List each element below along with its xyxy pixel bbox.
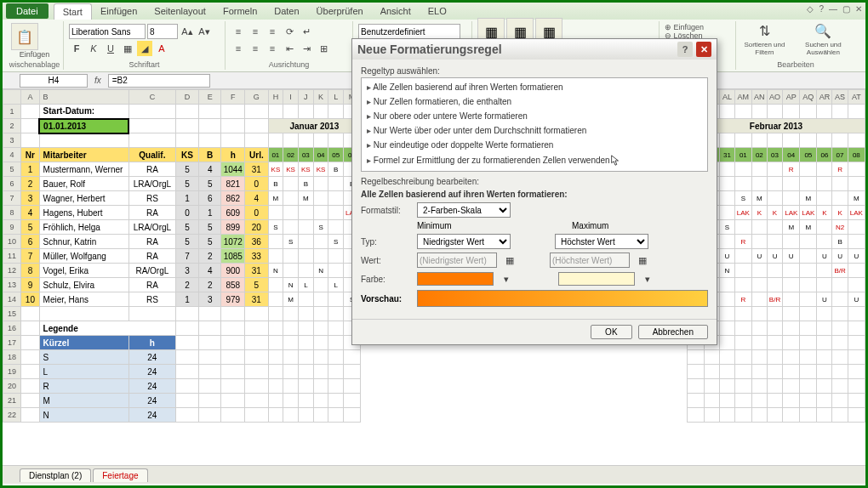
clipboard-group-label: wischenablage [6, 60, 63, 69]
dialog-help-icon[interactable]: ? [677, 42, 693, 57]
ruletype-label: Regeltyp auswählen: [361, 66, 708, 76]
chevron-down-icon[interactable]: ▾ [499, 271, 514, 287]
ribbon-tabs-bar: Datei Start Einfügen Seitenlayout Formel… [3, 3, 865, 20]
paste-icon[interactable]: 📋 [11, 23, 38, 50]
tab-data[interactable]: Daten [266, 3, 307, 19]
orientation-icon[interactable]: ⟳ [282, 24, 297, 39]
rule-item[interactable]: Nur Werte über oder unter dem Durchschni… [363, 123, 705, 138]
refedit-icon[interactable]: ▦ [635, 253, 650, 268]
formatstil-select[interactable]: 2-Farben-Skala [417, 202, 511, 218]
align-center-icon[interactable]: ≡ [248, 41, 263, 56]
max-label: Maximum [572, 221, 608, 230]
fontsize-select[interactable] [147, 24, 178, 39]
restore-icon[interactable]: ▢ [842, 4, 850, 14]
sheet-tabs: Dienstplan (2) Feiertage [3, 465, 865, 484]
formatstil-label: Formatstil: [361, 206, 412, 215]
sort-filter-label: Sortieren und Filtern [741, 41, 788, 56]
dialog-close-icon[interactable]: ✕ [696, 42, 711, 57]
align-left-icon[interactable]: ≡ [231, 41, 246, 56]
indent-inc-icon[interactable]: ⇥ [299, 41, 314, 56]
ruletype-list[interactable]: Alle Zellen basierend auf ihren Werten f… [361, 77, 708, 172]
numberformat-select[interactable] [358, 24, 460, 39]
color-min-swatch[interactable] [417, 272, 494, 286]
cancel-button[interactable]: Abbrechen [638, 325, 708, 339]
refedit-icon[interactable]: ▦ [502, 253, 517, 268]
excel-window: Datei Start Einfügen Seitenlayout Formel… [3, 3, 865, 485]
border-icon[interactable]: ▦ [120, 41, 135, 56]
align-mid-icon[interactable]: ≡ [248, 24, 263, 39]
find-select-icon[interactable]: 🔍 [811, 20, 835, 41]
merge-icon[interactable]: ⊞ [316, 41, 331, 56]
tab-review[interactable]: Überprüfen [308, 3, 372, 19]
rule-item[interactable]: Nur eindeutige oder doppelte Werte forma… [363, 138, 705, 152]
tab-view[interactable]: Ansicht [372, 3, 420, 19]
rule-item[interactable]: Alle Zellen basierend auf ihren Werten f… [363, 80, 705, 94]
sheet-tab-dienstplan[interactable]: Dienstplan (2) [20, 468, 91, 482]
bold-icon[interactable]: F [69, 41, 84, 56]
vorschau-label: Vorschau: [361, 294, 412, 304]
tab-start[interactable]: Start [54, 3, 92, 20]
italic-icon[interactable]: K [86, 41, 101, 56]
tab-elo[interactable]: ELO [420, 3, 455, 19]
fontcolor-icon[interactable]: A [154, 41, 169, 56]
dialog-titlebar[interactable]: Neue Formatierungsregel ? ✕ [352, 39, 717, 60]
farbe-label: Farbe: [361, 275, 412, 284]
formatting-rule-dialog: Neue Formatierungsregel ? ✕ Regeltyp aus… [351, 38, 717, 345]
wert-label: Wert: [361, 256, 412, 265]
sort-filter-icon[interactable]: ⇅ [752, 20, 776, 41]
indent-dec-icon[interactable]: ⇤ [282, 41, 297, 56]
sheet-tab-feiertage[interactable]: Feiertage [93, 468, 147, 482]
typ-label: Typ: [361, 237, 412, 247]
min-label: Minimum [417, 221, 528, 230]
fx-icon[interactable]: fx [94, 76, 101, 85]
file-menu-button[interactable]: Datei [6, 3, 49, 19]
close-icon[interactable]: ✕ [855, 4, 862, 14]
grow-font-icon[interactable]: A▴ [180, 24, 195, 39]
window-controls: ◇ ? — ▢ ✕ [807, 4, 862, 14]
tab-insert[interactable]: Einfügen [92, 3, 146, 19]
font-select[interactable] [69, 24, 146, 39]
fillcolor-icon[interactable]: ◢ [137, 41, 152, 56]
cursor-icon [610, 155, 620, 167]
insert-cells-label[interactable]: ⊕ Einfügen [665, 23, 704, 31]
typ-max-select[interactable]: Höchster Wert [555, 234, 648, 249]
align-group-label: Ausrichtung [226, 60, 352, 69]
rule-item[interactable]: Nur Zellen formatieren, die enthalten [363, 94, 705, 109]
underline-icon[interactable]: U [103, 41, 118, 56]
rule-item[interactable]: Nur obere oder untere Werte formatieren [363, 109, 705, 123]
dialog-title: Neue Formatierungsregel [357, 43, 502, 56]
formula-input[interactable] [108, 74, 210, 88]
shrink-font-icon[interactable]: A▾ [197, 24, 212, 39]
ok-button[interactable]: OK [591, 325, 631, 339]
align-bot-icon[interactable]: ≡ [265, 24, 280, 39]
align-right-icon[interactable]: ≡ [265, 41, 280, 56]
desc-title: Alle Zellen basierend auf ihren Werten f… [361, 190, 568, 199]
wert-max-input[interactable] [550, 253, 630, 268]
tab-pagelayout[interactable]: Seitenlayout [146, 3, 214, 19]
chevron-down-icon[interactable]: ▾ [640, 271, 655, 287]
tab-formulas[interactable]: Formeln [214, 3, 266, 19]
align-top-icon[interactable]: ≡ [231, 24, 246, 39]
rule-item[interactable]: Formel zur Ermittlung der zu formatieren… [363, 152, 705, 169]
typ-min-select[interactable]: Niedrigster Wert [417, 234, 511, 249]
wert-min-input[interactable] [417, 253, 497, 268]
edit-group-label: Bearbeiten [736, 60, 855, 69]
name-box[interactable] [20, 74, 88, 88]
color-max-swatch[interactable] [558, 272, 635, 286]
help-icon[interactable]: ? [819, 4, 824, 14]
ruledesc-label: Regelbeschreibung bearbeiten: [361, 177, 708, 186]
preview-bar [417, 290, 708, 307]
minimize-ribbon-icon[interactable]: ◇ [807, 4, 814, 14]
find-select-label: Suchen und Auswählen [797, 41, 850, 56]
wrap-icon[interactable]: ↵ [299, 24, 314, 39]
paste-label: Einfügen [11, 50, 58, 59]
minimize-icon[interactable]: — [829, 4, 837, 14]
font-group-label: Schriftart [64, 60, 225, 69]
